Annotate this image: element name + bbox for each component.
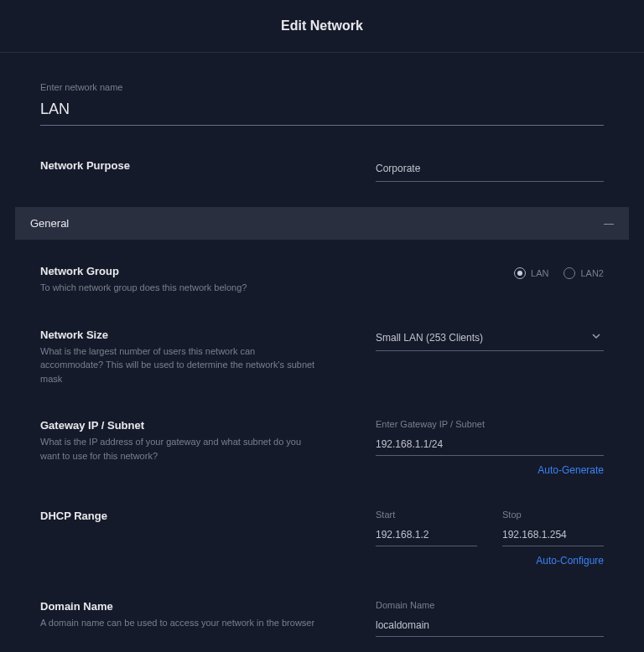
- radio-lan[interactable]: LAN: [514, 267, 548, 279]
- gateway-row: Gateway IP / Subnet What is the IP addre…: [15, 419, 629, 476]
- dhcp-start-label: Start: [376, 510, 477, 520]
- general-section-header[interactable]: General —: [15, 207, 629, 240]
- domain-row: Domain Name A domain name can be used to…: [15, 600, 629, 637]
- network-purpose-select[interactable]: Corporate: [376, 159, 604, 182]
- domain-desc: A domain name can be used to access your…: [40, 616, 317, 630]
- radio-lan2[interactable]: LAN2: [564, 267, 604, 279]
- network-group-title: Network Group: [40, 265, 376, 277]
- dhcp-stop-input[interactable]: [502, 526, 604, 546]
- page-header: Edit Network: [0, 0, 644, 53]
- network-name-label: Enter network name: [40, 82, 604, 92]
- network-size-select[interactable]: Small LAN (253 Clients): [376, 329, 604, 351]
- gateway-title: Gateway IP / Subnet: [40, 419, 376, 432]
- network-size-title: Network Size: [40, 329, 376, 341]
- dhcp-stop-label: Stop: [502, 510, 604, 520]
- domain-title: Domain Name: [40, 600, 376, 613]
- network-size-desc: What is the largest number of users this…: [40, 344, 317, 386]
- gateway-input[interactable]: [376, 436, 604, 456]
- auto-generate-link[interactable]: Auto-Generate: [376, 464, 604, 476]
- domain-input[interactable]: [376, 617, 604, 637]
- content: Enter network name Network Purpose Corpo…: [0, 53, 644, 652]
- network-group-radio-group: LAN LAN2: [376, 265, 604, 279]
- dhcp-title: DHCP Range: [40, 510, 376, 522]
- network-name-input[interactable]: [40, 99, 604, 126]
- gateway-desc: What is the IP address of your gateway a…: [40, 435, 317, 463]
- gateway-input-label: Enter Gateway IP / Subnet: [376, 419, 604, 429]
- collapse-icon: —: [604, 218, 614, 230]
- network-name-section: Enter network name: [15, 53, 629, 126]
- domain-input-label: Domain Name: [376, 600, 604, 610]
- network-group-row: Network Group To which network group doe…: [15, 265, 629, 295]
- network-purpose-row: Network Purpose Corporate: [15, 159, 629, 182]
- auto-configure-link[interactable]: Auto-Configure: [376, 555, 604, 567]
- radio-lan-label: LAN: [531, 268, 548, 278]
- page-title: Edit Network: [0, 18, 644, 34]
- dhcp-row: DHCP Range Start Stop Auto-Configure: [15, 510, 629, 567]
- radio-circle-icon: [564, 267, 575, 279]
- network-purpose-title: Network Purpose: [40, 159, 376, 172]
- radio-circle-icon: [514, 267, 526, 279]
- network-group-desc: To which network group does this network…: [40, 281, 317, 295]
- network-size-row: Network Size What is the largest number …: [15, 329, 629, 386]
- radio-lan2-label: LAN2: [580, 268, 604, 278]
- dhcp-start-input[interactable]: [376, 526, 477, 546]
- general-section-title: General: [30, 217, 69, 230]
